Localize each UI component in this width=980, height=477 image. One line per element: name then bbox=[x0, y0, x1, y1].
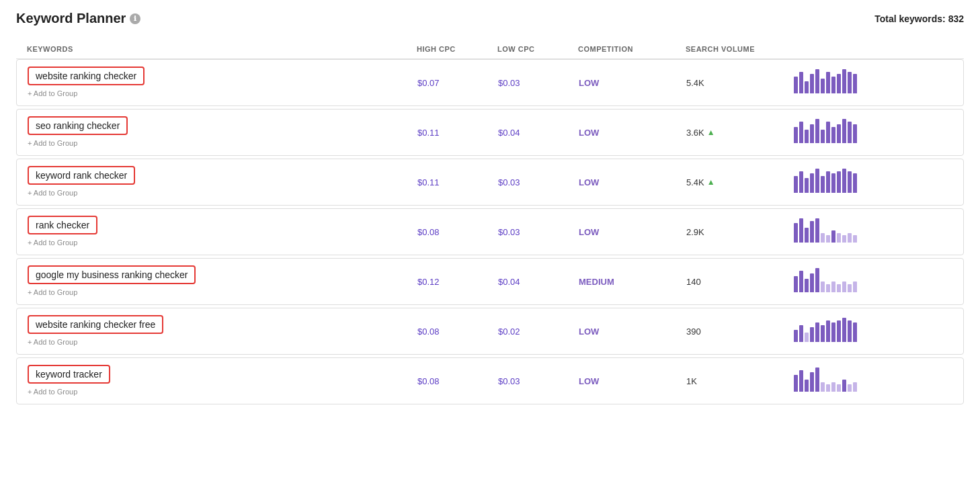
bar bbox=[848, 122, 852, 143]
col-competition: COMPETITION bbox=[578, 45, 686, 53]
add-to-group-button[interactable]: + Add to Group bbox=[28, 88, 417, 99]
table-body: website ranking checker+ Add to Group$0.… bbox=[16, 59, 964, 404]
bar bbox=[853, 235, 857, 243]
keyword-name: keyword tracker bbox=[28, 365, 110, 384]
add-to-group-button[interactable]: + Add to Group bbox=[28, 187, 417, 198]
bar bbox=[826, 122, 830, 143]
competition: LOW bbox=[579, 327, 686, 337]
bar bbox=[837, 233, 841, 243]
bar bbox=[821, 382, 825, 392]
bar bbox=[826, 320, 830, 342]
keyword-name: seo ranking checker bbox=[28, 116, 128, 135]
bar bbox=[821, 176, 825, 193]
bar bbox=[826, 72, 830, 93]
bar bbox=[805, 380, 809, 392]
competition: LOW bbox=[579, 177, 686, 187]
add-to-group-button[interactable]: + Add to Group bbox=[28, 287, 417, 298]
bar bbox=[826, 384, 830, 392]
search-volume: 390 bbox=[686, 327, 794, 337]
bar bbox=[826, 235, 830, 243]
table-row: google my business ranking checker+ Add … bbox=[16, 258, 964, 305]
bar bbox=[837, 74, 841, 93]
low-cpc: $0.03 bbox=[498, 227, 579, 237]
competition: MEDIUM bbox=[579, 277, 686, 287]
col-low-cpc: LOW CPC bbox=[497, 45, 578, 53]
search-volume: 5.4K bbox=[686, 78, 794, 88]
bar bbox=[805, 178, 809, 193]
search-volume: 140 bbox=[686, 277, 794, 287]
competition: LOW bbox=[579, 78, 686, 88]
search-volume: 5.4K▲ bbox=[686, 177, 794, 187]
high-cpc: $0.11 bbox=[417, 177, 498, 187]
sparkbar-chart bbox=[794, 218, 952, 245]
table-row: seo ranking checker+ Add to Group$0.11$0… bbox=[16, 109, 964, 156]
add-to-group-button[interactable]: + Add to Group bbox=[28, 337, 417, 347]
info-icon[interactable]: ℹ bbox=[130, 13, 140, 24]
low-cpc: $0.03 bbox=[498, 78, 579, 88]
bar bbox=[837, 171, 841, 193]
bar bbox=[842, 318, 846, 342]
bar bbox=[794, 77, 798, 93]
keyword-name: website ranking checker bbox=[28, 67, 145, 85]
bar bbox=[815, 367, 819, 392]
bar bbox=[848, 72, 852, 93]
bar bbox=[842, 235, 846, 243]
bar bbox=[837, 384, 841, 392]
bar bbox=[842, 281, 846, 292]
competition: LOW bbox=[579, 227, 686, 237]
bar bbox=[810, 74, 814, 93]
bar bbox=[821, 325, 825, 342]
bar bbox=[810, 327, 814, 342]
bar bbox=[848, 233, 852, 243]
bar bbox=[826, 284, 830, 292]
high-cpc: $0.08 bbox=[417, 227, 498, 237]
bar bbox=[848, 320, 852, 342]
col-search-volume: SEARCH VOLUME bbox=[686, 45, 793, 53]
bar bbox=[810, 124, 814, 143]
page-title: Keyword Planner bbox=[16, 11, 126, 26]
add-to-group-button[interactable]: + Add to Group bbox=[28, 138, 417, 148]
table-row: website ranking checker free+ Add to Gro… bbox=[16, 308, 964, 355]
bar bbox=[853, 382, 857, 392]
high-cpc: $0.07 bbox=[417, 78, 498, 88]
search-volume: 2.9K bbox=[686, 227, 794, 237]
bar bbox=[831, 281, 835, 292]
bar bbox=[853, 74, 857, 93]
bar bbox=[842, 380, 846, 392]
bar bbox=[805, 333, 809, 342]
bar bbox=[821, 79, 825, 93]
bar bbox=[815, 69, 819, 93]
bar bbox=[842, 69, 846, 93]
bar bbox=[815, 218, 819, 243]
bar bbox=[805, 81, 809, 93]
bar bbox=[821, 130, 825, 143]
bar bbox=[831, 230, 835, 243]
bar bbox=[799, 72, 803, 93]
bar bbox=[853, 281, 857, 292]
bar bbox=[853, 124, 857, 143]
table-row: rank checker+ Add to Group$0.08$0.03LOW2… bbox=[16, 208, 964, 255]
low-cpc: $0.02 bbox=[498, 327, 579, 337]
bar bbox=[810, 173, 814, 193]
table-row: keyword tracker+ Add to Group$0.08$0.03L… bbox=[16, 357, 964, 404]
table-row: website ranking checker+ Add to Group$0.… bbox=[16, 59, 964, 106]
bar bbox=[837, 284, 841, 292]
bar bbox=[799, 171, 803, 193]
sparkbar-chart bbox=[794, 119, 952, 146]
high-cpc: $0.08 bbox=[417, 327, 498, 337]
keyword-name: google my business ranking checker bbox=[28, 265, 196, 284]
sparkbar-chart bbox=[794, 169, 952, 196]
col-keywords: KEYWORDS bbox=[27, 45, 417, 53]
bar bbox=[848, 171, 852, 193]
keyword-name: keyword rank checker bbox=[28, 166, 135, 185]
table-header: KEYWORDS HIGH CPC LOW CPC COMPETITION SE… bbox=[16, 40, 964, 59]
trend-icon: ▲ bbox=[707, 128, 715, 137]
col-high-cpc: HIGH CPC bbox=[417, 45, 497, 53]
bar bbox=[799, 218, 803, 243]
sparkbar-chart bbox=[794, 318, 952, 345]
keyword-name: website ranking checker free bbox=[28, 315, 163, 334]
bar bbox=[805, 228, 809, 243]
add-to-group-button[interactable]: + Add to Group bbox=[28, 386, 417, 397]
add-to-group-button[interactable]: + Add to Group bbox=[28, 237, 417, 248]
low-cpc: $0.03 bbox=[498, 376, 579, 386]
